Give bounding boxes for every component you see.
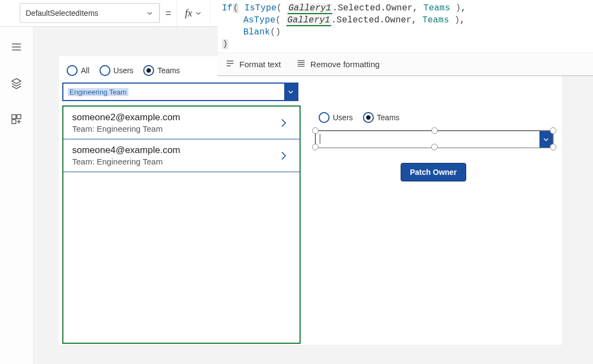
radio-icon xyxy=(99,65,110,76)
remove-formatting-icon xyxy=(296,58,306,70)
resize-handle[interactable] xyxy=(431,127,438,134)
list-item-text: someone2@example.com Team: Engineering T… xyxy=(72,112,180,133)
list-item-text: someone4@example.com Team: Engineering T… xyxy=(72,145,180,166)
patch-owner-button[interactable]: Patch Owner xyxy=(401,163,466,181)
radio-icon xyxy=(363,112,374,123)
hamburger-icon[interactable] xyxy=(9,39,24,55)
format-text-button[interactable]: Format text xyxy=(225,58,281,70)
chevron-down-icon xyxy=(195,9,202,17)
owner-combobox-selected[interactable] xyxy=(315,131,553,147)
format-text-icon xyxy=(225,58,235,70)
gallery[interactable]: someone2@example.com Team: Engineering T… xyxy=(62,105,301,344)
formula-panel: If( IsType( Gallery1.Selected.Owner, Tea… xyxy=(218,0,593,76)
text-cursor xyxy=(320,134,320,144)
list-item-email: someone4@example.com xyxy=(72,145,180,156)
team-combobox-value: Engineering Team xyxy=(68,88,128,96)
svg-rect-2 xyxy=(12,120,16,124)
radio-teams-right[interactable]: Teams xyxy=(363,112,400,123)
list-item-sub: Team: Engineering Team xyxy=(72,157,180,166)
property-select-label: DefaultSelectedItems xyxy=(26,9,98,17)
radio-icon xyxy=(143,65,154,76)
team-combobox[interactable]: Engineering Team xyxy=(62,83,298,101)
fx-button[interactable]: fx xyxy=(177,0,210,26)
team-combobox-button[interactable] xyxy=(284,84,297,100)
resize-handle[interactable] xyxy=(312,144,319,150)
list-item-email: someone2@example.com xyxy=(72,112,180,123)
radio-users-right[interactable]: Users xyxy=(319,112,353,123)
components-icon[interactable] xyxy=(9,111,24,127)
radio-users[interactable]: Users xyxy=(99,65,134,76)
radio-icon xyxy=(319,112,330,123)
radio-users-label: Users xyxy=(114,66,134,75)
list-item[interactable]: someone2@example.com Team: Engineering T… xyxy=(63,107,300,139)
resize-handle[interactable] xyxy=(550,144,556,150)
remove-formatting-label: Remove formatting xyxy=(310,60,380,69)
svg-rect-0 xyxy=(12,115,16,119)
patch-owner-label: Patch Owner xyxy=(410,168,457,177)
property-select[interactable]: DefaultSelectedItems xyxy=(20,3,160,23)
radio-teams[interactable]: Teams xyxy=(143,65,180,76)
equals-sign: = xyxy=(160,0,177,26)
svg-rect-1 xyxy=(17,115,21,119)
app-screen: All Users Teams Engineering Team someo xyxy=(59,56,562,345)
resize-handle[interactable] xyxy=(550,127,556,134)
radio-all[interactable]: All xyxy=(67,65,90,76)
list-item-sub: Team: Engineering Team xyxy=(72,124,180,133)
resize-handle[interactable] xyxy=(431,144,438,150)
radio-teams-right-label: Teams xyxy=(377,113,400,122)
left-rail xyxy=(0,26,33,364)
fx-label: fx xyxy=(185,8,192,19)
layers-icon[interactable] xyxy=(9,75,24,91)
team-combobox-text: Engineering Team xyxy=(63,84,284,100)
radio-icon xyxy=(67,65,78,76)
chevron-right-icon[interactable] xyxy=(277,149,291,163)
detail-section: Users Teams xyxy=(308,56,562,345)
formula-toolbar: Format text Remove formatting xyxy=(218,52,593,75)
chevron-down-icon xyxy=(146,9,154,17)
format-text-label: Format text xyxy=(239,60,281,69)
radio-users-right-label: Users xyxy=(333,113,353,122)
list-item[interactable]: someone4@example.com Team: Engineering T… xyxy=(63,139,300,172)
radio-teams-label: Teams xyxy=(157,66,180,75)
chevron-right-icon[interactable] xyxy=(277,116,291,130)
remove-formatting-button[interactable]: Remove formatting xyxy=(296,58,380,70)
radio-all-label: All xyxy=(81,66,90,75)
formula-code[interactable]: If( IsType( Gallery1.Selected.Owner, Tea… xyxy=(218,0,593,52)
resize-handle[interactable] xyxy=(312,127,319,134)
owner-combobox-text xyxy=(316,131,539,148)
gallery-section: All Users Teams Engineering Team someo xyxy=(59,56,304,345)
